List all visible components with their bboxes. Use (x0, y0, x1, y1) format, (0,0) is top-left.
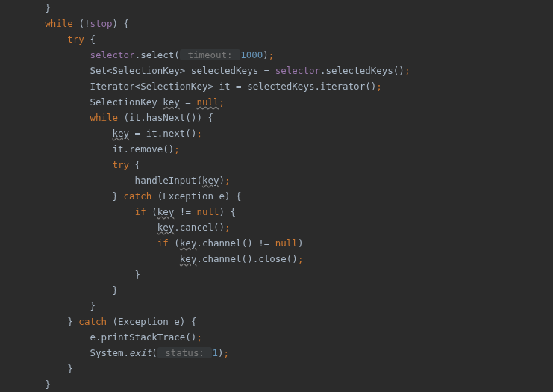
code-line: } catch (Exception e) { (0, 316, 196, 327)
code-line: try { (0, 159, 140, 170)
static-method-exit: exit (129, 347, 151, 358)
keyword-catch: catch (78, 316, 107, 327)
code-line: } (0, 379, 51, 390)
code-line: Set<SelectionKey> selectedKeys = selecto… (0, 65, 410, 76)
code-line: } (0, 269, 140, 280)
code-line: System.exit( status: 1); (0, 347, 229, 358)
code-line: while (it.hasNext()) { (0, 112, 213, 123)
number-literal: 1 (212, 347, 218, 358)
keyword-while: while (90, 112, 118, 123)
code-line: it.remove(); (0, 143, 180, 155)
code-line: try { (0, 34, 96, 45)
code-line: Iterator<SelectionKey> it = selectedKeys… (0, 81, 382, 92)
keyword-try: try (67, 34, 84, 45)
var-key: key (180, 237, 197, 249)
code-line: if (key != null) { (0, 206, 236, 217)
code-line: } (0, 2, 51, 13)
code-line: SelectionKey key = null; (0, 96, 225, 108)
keyword-if: if (135, 206, 146, 217)
field-selector: selector (90, 49, 134, 60)
keyword-null: null (275, 237, 298, 249)
code-line: key.channel().close(); (0, 253, 303, 264)
keyword-while: while (45, 18, 73, 29)
var-key: key (202, 175, 219, 186)
var-key: key (113, 128, 130, 139)
code-line: e.printStackTrace(); (0, 332, 202, 343)
keyword-catch: catch (124, 190, 152, 202)
param-hint-timeout: timeout: (180, 49, 240, 60)
number-literal: 1000 (240, 49, 263, 60)
code-line: key.cancel(); (0, 222, 231, 233)
code-line: handleInput(key); (0, 175, 231, 186)
field-selector: selector (275, 65, 320, 76)
code-line: } catch (Exception e) { (0, 190, 242, 202)
param-hint-status: status: (157, 347, 213, 358)
code-line: } (0, 363, 73, 374)
var-key: key (157, 222, 175, 233)
var-key: key (180, 253, 197, 264)
code-line: selector.select( timeout: 1000); (0, 49, 274, 60)
keyword-null: null (196, 206, 219, 217)
keyword-try: try (113, 159, 130, 170)
code-editor[interactable]: } while (!stop) { try { selector.select(… (0, 0, 553, 392)
keyword-if: if (157, 237, 169, 249)
var-key: key (157, 206, 175, 217)
code-line: } (0, 300, 96, 311)
keyword-null: null (196, 96, 219, 108)
field-stop: stop (90, 18, 112, 29)
code-line: key = it.next(); (0, 128, 202, 139)
code-line: while (!stop) { (0, 18, 129, 29)
code-line: if (key.channel() != null) (0, 237, 303, 249)
code-line: } (0, 284, 118, 296)
var-key: key (163, 96, 180, 108)
